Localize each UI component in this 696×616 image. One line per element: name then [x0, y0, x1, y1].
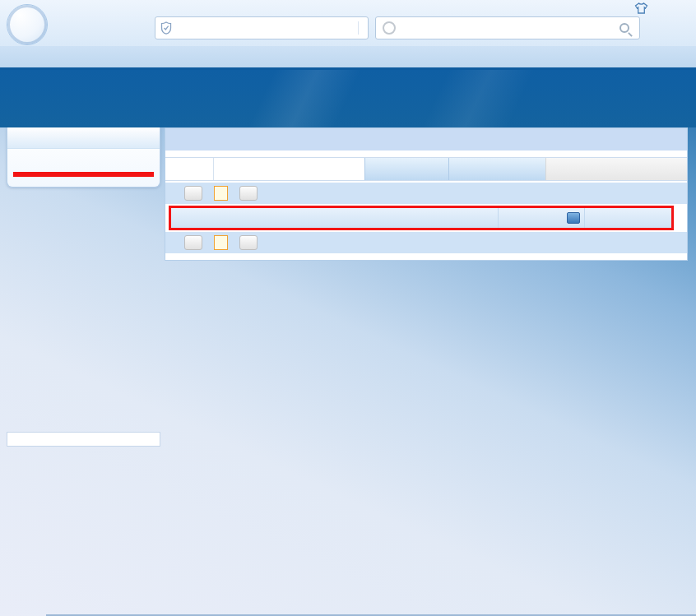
- all-data-button[interactable]: [448, 158, 545, 180]
- keyword-input[interactable]: [213, 158, 364, 180]
- prev-page-button[interactable]: [184, 186, 202, 201]
- sidebar: [7, 127, 160, 188]
- page-background: [0, 70, 696, 616]
- category-filter-icon[interactable]: [567, 212, 580, 224]
- prev-page-button[interactable]: [184, 235, 202, 250]
- pagination-bottom: [165, 232, 687, 253]
- window-controls: [621, 2, 688, 15]
- pagination-top: [165, 183, 687, 204]
- address-bar[interactable]: [155, 16, 369, 39]
- news-table: [169, 206, 674, 230]
- search-button[interactable]: [364, 158, 448, 180]
- tab-bar: [0, 46, 696, 67]
- browser-search-input[interactable]: [401, 21, 614, 35]
- next-page-button[interactable]: [239, 186, 258, 201]
- browser-logo[interactable]: [7, 4, 48, 45]
- breadcrumb: [165, 128, 687, 151]
- current-page-button[interactable]: [214, 235, 228, 250]
- next-page-button[interactable]: [239, 235, 258, 250]
- header-category: [498, 208, 584, 228]
- search-engine-icon: [383, 21, 396, 35]
- browser-chrome: [0, 0, 696, 70]
- main-panel: [165, 127, 688, 261]
- search-icon[interactable]: [619, 23, 629, 33]
- toolbar-filler: [545, 158, 687, 180]
- browser-search-bar[interactable]: [375, 16, 640, 39]
- keyword-label: [165, 158, 213, 180]
- sidebar-tip: [7, 432, 160, 447]
- current-page-button[interactable]: [214, 186, 228, 201]
- skin-icon[interactable]: [634, 2, 648, 14]
- header-title: [171, 208, 498, 228]
- header-add: [584, 208, 671, 228]
- shield-icon: [160, 21, 172, 35]
- search-toolbar: [165, 157, 687, 181]
- products-heading: [7, 151, 160, 169]
- table-header-row: [171, 208, 671, 228]
- sidebar-news-group: [13, 172, 154, 177]
- url-dropdown-icon[interactable]: [358, 21, 363, 35]
- sidebar-header: [7, 127, 160, 149]
- site-header: [0, 70, 696, 127]
